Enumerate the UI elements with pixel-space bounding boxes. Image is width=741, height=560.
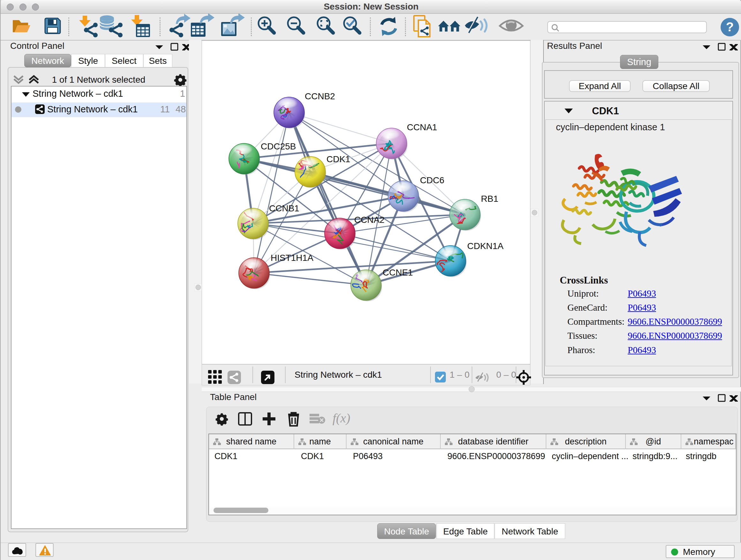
svg-text:CDC6: CDC6 <box>420 175 444 185</box>
svg-text:CCNB1: CCNB1 <box>269 203 299 213</box>
svg-text:HIST1H1A: HIST1H1A <box>271 253 313 263</box>
svg-text:RB1: RB1 <box>481 194 498 204</box>
svg-text:CDK1: CDK1 <box>327 154 350 164</box>
svg-text:CDC25B: CDC25B <box>261 141 296 151</box>
svg-text:CCNB2: CCNB2 <box>305 91 335 101</box>
svg-text:CCNA1: CCNA1 <box>407 122 437 132</box>
svg-text:CDKN1A: CDKN1A <box>467 241 503 251</box>
svg-text:CCNE1: CCNE1 <box>383 267 413 277</box>
svg-text:CCNA2: CCNA2 <box>354 215 385 225</box>
svg-text:?: ? <box>726 20 734 34</box>
